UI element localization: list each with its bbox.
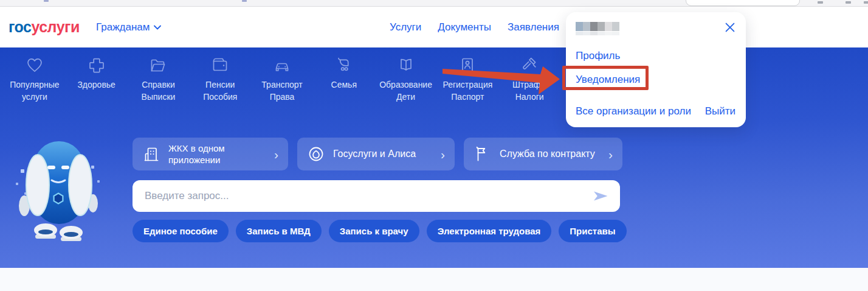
logo-part-blue: гос [9,18,31,35]
category-certificates[interactable]: СправкиВыписки [128,56,190,103]
browser-icon-fragment [846,1,851,4]
category-label: ТранспортПрава [261,79,302,103]
chevron-down-icon [154,25,161,30]
menu-item-all-organizations[interactable]: Все организации и роли [576,105,691,117]
category-health[interactable]: Здоровье [66,56,128,103]
gavel-icon [520,56,539,74]
audience-selector[interactable]: Гражданам [96,21,161,33]
building-icon [142,145,160,163]
close-icon[interactable] [723,21,737,35]
category-label: РегистрацияПаспорт [443,79,492,103]
category-pensions[interactable]: ПенсииПособия [189,56,251,103]
menu-item-profile[interactable]: Профиль [576,50,620,62]
send-arrow-icon [592,190,609,202]
category-fines[interactable]: ШтрафыНалоги [498,56,560,103]
heart-icon [26,56,44,74]
id-card-icon [458,56,477,74]
category-family[interactable]: Семья [313,56,375,103]
quick-link-pristavy[interactable]: Приставы [559,220,626,242]
address-bar-fragment [686,0,800,6]
category-label: ОбразованиеДети [379,79,432,103]
wallet-icon [211,56,229,74]
robot-mascot [12,138,105,246]
promo-banner-row: ЖКХ в одном приложении › Госуслуги и Али… [133,138,622,170]
category-row: Популярныеуслуги Здоровье СправкиВыписки… [4,56,560,103]
gosuslugi-logo[interactable]: госуслуги [9,18,80,36]
chevron-right-icon: › [436,148,445,161]
category-label: ПенсииПособия [203,79,237,103]
category-label: ШтрафыНалоги [512,79,546,103]
folder-icon [149,56,167,74]
logo-part-red: услуги [31,18,79,35]
quick-link-zapis-vrach[interactable]: Запись к врачу [329,220,419,242]
category-education[interactable]: ОбразованиеДети [375,56,437,103]
search-input[interactable] [143,189,592,203]
audience-label: Гражданам [96,21,150,33]
category-label: СправкиВыписки [142,79,176,103]
browser-icon-fragment [818,1,823,4]
category-label: Популярныеуслуги [10,79,59,103]
category-label: Семья [331,79,357,91]
search-submit-button[interactable] [592,190,609,202]
menu-item-logout[interactable]: Выйти [705,105,735,117]
quick-link-zapis-mvd[interactable]: Запись в МВД [236,220,322,242]
category-registration[interactable]: РегистрацияПаспорт [436,56,498,103]
header-nav: Услуги Документы Заявления [390,7,559,47]
flag-icon [474,145,492,163]
nav-dokumenty[interactable]: Документы [438,21,491,33]
user-name-redacted [576,22,619,35]
search-bar [133,180,620,212]
alice-icon [307,145,325,163]
medical-cross-icon [88,56,106,74]
browser-chrome-strip [0,0,868,7]
content-area-below [0,268,868,291]
banner-label: ЖКХ в одном приложении [168,142,260,166]
account-menu-footer: Все организации и роли Выйти [576,105,735,117]
book-icon [397,56,415,74]
banner-label: Служба по контракту [500,149,595,160]
nav-uslugi[interactable]: Услуги [390,21,421,33]
browser-icon-fragment [864,1,868,4]
stroller-icon [335,56,353,74]
gosuslugi-homepage: госуслуги Гражданам Услуги Документы Зая… [0,0,868,291]
quick-links-row: Единое пособие Запись в МВД Запись к вра… [133,220,627,242]
annotation-highlight-notifications [562,66,649,90]
category-transport[interactable]: ТранспортПрава [251,56,313,103]
quick-link-edinoe-posobie[interactable]: Единое пособие [133,220,229,242]
car-icon [273,56,291,74]
banner-contract-service[interactable]: Служба по контракту › [464,138,622,170]
quick-link-trudovaya[interactable]: Электронная трудовая [427,220,552,242]
category-popular[interactable]: Популярныеуслуги [4,56,66,103]
banner-label: Госуслуги и Алиса [333,149,416,160]
chevron-right-icon: › [269,148,278,161]
banner-zhkh[interactable]: ЖКХ в одном приложении › [133,138,288,170]
tab-favicon-fragment [242,0,247,2]
banner-alisa[interactable]: Госуслуги и Алиса › [297,138,455,170]
tab-favicon-fragment [44,0,49,2]
nav-zayavleniya[interactable]: Заявления [508,21,559,33]
chevron-right-icon: › [604,148,613,161]
category-label: Здоровье [77,79,115,91]
